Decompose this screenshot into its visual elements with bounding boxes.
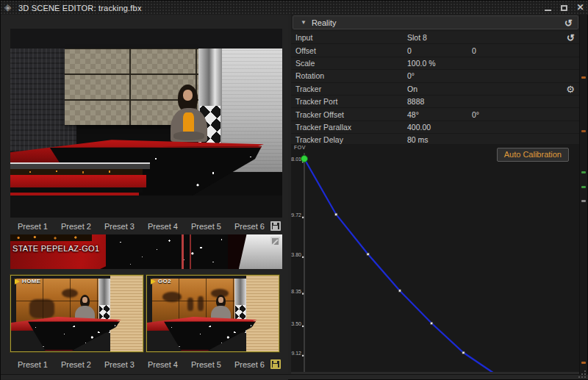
y-tick-label: 9.12 — [291, 351, 301, 356]
y-tick-label: 23.80 — [291, 252, 301, 257]
preset-2-button[interactable]: Preset 2 — [61, 360, 91, 369]
play-icon — [151, 279, 156, 284]
annotation-marker — [581, 362, 586, 364]
property-row-tracker-offset[interactable]: Tracker Offset48° 0° — [291, 108, 580, 121]
preset-3-button[interactable]: Preset 3 — [104, 360, 135, 369]
preset-1-button[interactable]: Preset 1 — [18, 222, 48, 231]
app-logo-icon: ◈ — [4, 3, 14, 12]
preset-1-button[interactable]: Preset 1 — [18, 360, 48, 369]
annotation-marker — [581, 200, 586, 202]
preset-row-top: Preset 1 Preset 2 Preset 3 Preset 4 Pres… — [10, 218, 282, 234]
control-point[interactable] — [431, 322, 433, 324]
fov-calibration-chart[interactable]: FOV Auto Calibration 38.0129.7223.8018.3… — [291, 144, 580, 376]
preset-5-button[interactable]: Preset 5 — [191, 222, 221, 231]
property-row-tracker[interactable]: TrackerOn ⚙ — [291, 83, 580, 96]
thumbnail-label: HOME — [22, 278, 41, 284]
resize-grip[interactable] — [578, 370, 587, 379]
minimize-button[interactable] — [543, 3, 553, 12]
property-row-scale[interactable]: Scale100.0 % — [291, 57, 580, 70]
reset-input-icon[interactable]: ↺ — [567, 33, 575, 43]
selected-control-point[interactable] — [301, 156, 308, 162]
floor-ribbon — [10, 162, 150, 169]
preset-5-button[interactable]: Preset 5 — [191, 360, 221, 369]
desk-starfield-panel — [160, 321, 256, 351]
annotation-marker — [581, 171, 586, 173]
annotation-scrollbar[interactable] — [579, 15, 587, 376]
control-point[interactable] — [335, 213, 337, 215]
properties-panel: ▼ Reality ↺ InputSlot 8 ↺ Offset0 0 Scal… — [291, 15, 580, 376]
y-tick-mark — [302, 293, 304, 295]
reality-section-header[interactable]: ▼ Reality ↺ — [293, 15, 578, 29]
wood-wall — [246, 276, 279, 352]
floor-red-ribbon — [10, 175, 146, 187]
y-tick-mark — [302, 355, 304, 356]
preset-row-bottom: Preset 1 Preset 2 Preset 3 Preset 4 Pres… — [10, 356, 282, 373]
scene-panel: Preset 1 Preset 2 Preset 3 Preset 4 Pres… — [1, 15, 288, 380]
y-tick-label: 13.50 — [291, 321, 301, 326]
title-bar: ◈ 3D SCENE EDITOR: tracking.fbx ✕ — [1, 1, 588, 15]
y-tick-mark — [302, 326, 304, 327]
annotation-marker — [581, 76, 586, 79]
y-tick-mark — [302, 217, 304, 218]
app-window: ◈ 3D SCENE EDITOR: tracking.fbx ✕ — [0, 0, 588, 380]
close-button[interactable]: ✕ — [576, 3, 585, 12]
collapse-triangle-icon: ▼ — [301, 19, 306, 26]
fov-curve-svg[interactable]: 38.0129.7223.8018.3513.509.125.92 — [291, 144, 580, 376]
play-icon — [15, 279, 20, 284]
property-row-offset[interactable]: Offset0 0 — [291, 44, 580, 57]
state-banner-star-strip — [10, 234, 92, 241]
annotation-marker — [581, 130, 586, 132]
y-tick-label: 29.72 — [291, 212, 301, 218]
control-point[interactable] — [367, 253, 369, 255]
y-tick-label: 38.01 — [291, 157, 301, 162]
edit-state-icon[interactable] — [270, 237, 280, 246]
preset-6-button[interactable]: Preset 6 — [234, 222, 265, 231]
scene-thumbnail-go2[interactable]: GO2 — [146, 275, 279, 352]
section-title: Reality — [312, 18, 337, 27]
maximize-button[interactable] — [559, 3, 569, 12]
property-row-input[interactable]: InputSlot 8 ↺ — [291, 32, 580, 44]
state-banner-starfield — [106, 234, 229, 269]
wood-wall — [110, 276, 143, 352]
preset-2-button[interactable]: Preset 2 — [61, 222, 91, 231]
thumbnail-label: GO2 — [158, 278, 171, 284]
studio-floor — [10, 196, 282, 218]
save-preset-icon[interactable] — [270, 221, 281, 231]
property-row-tracker-parallax[interactable]: Tracker Parallax400.00 — [291, 121, 580, 134]
status-strip — [1, 374, 588, 379]
viewport-ceiling — [10, 29, 282, 49]
save-preset-icon[interactable] — [270, 359, 281, 369]
property-row-tracker-port[interactable]: Tracker Port8888 — [291, 96, 580, 108]
property-rows: InputSlot 8 ↺ Offset0 0 Scale100.0 % Rot… — [291, 32, 580, 159]
control-point[interactable] — [462, 351, 465, 354]
floor-star-strip — [10, 169, 143, 175]
state-banner[interactable]: STATE PEPELAZ-GO1 — [10, 234, 282, 269]
annotation-marker — [581, 186, 586, 188]
state-name-label: STATE PEPELAZ-GO1 — [12, 244, 99, 253]
scene-thumbnail-home[interactable]: HOME — [10, 275, 143, 352]
preset-4-button[interactable]: Preset 4 — [148, 222, 178, 231]
reset-section-icon[interactable]: ↺ — [564, 18, 573, 28]
y-tick-mark — [302, 257, 304, 258]
control-point[interactable] — [398, 290, 401, 292]
y-tick-label: 18.35 — [291, 289, 301, 294]
presenter-figure — [168, 85, 210, 148]
3d-viewport[interactable] — [10, 29, 282, 218]
preset-6-button[interactable]: Preset 6 — [234, 360, 265, 369]
window-title: 3D SCENE EDITOR: tracking.fbx — [18, 4, 142, 12]
property-row-rotation[interactable]: Rotation0° — [291, 70, 580, 82]
preset-4-button[interactable]: Preset 4 — [148, 360, 178, 369]
preset-3-button[interactable]: Preset 3 — [104, 222, 135, 231]
floor-black-ribbon — [10, 187, 143, 193]
tracker-settings-gear-icon[interactable]: ⚙ — [566, 85, 575, 94]
desk-starfield-panel — [24, 321, 120, 351]
fov-curve — [304, 159, 495, 374]
